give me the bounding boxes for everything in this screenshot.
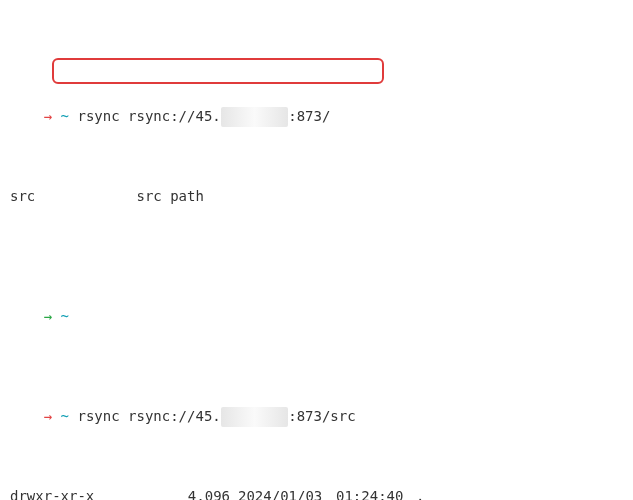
file-size: 4,096 bbox=[100, 486, 230, 500]
highlight-annotation bbox=[52, 58, 384, 84]
prompt-cwd: ~ bbox=[61, 308, 69, 324]
prompt-cwd: ~ bbox=[61, 108, 69, 124]
directory-listing: drwxr-xr-x4,096 2024/01/03 01:24:40 .-rw… bbox=[10, 486, 623, 500]
module-desc: src path bbox=[136, 188, 203, 204]
prompt-line-1: → ~ rsync rsync://45.xxxxxxxx:873/ bbox=[10, 86, 623, 106]
file-name: . bbox=[416, 486, 424, 500]
file-date: 2024/01/03 bbox=[238, 486, 328, 500]
prompt-cwd: ~ bbox=[61, 408, 69, 424]
file-time: 01:24:40 bbox=[336, 486, 408, 500]
prompt-line-3: → ~ rsync rsync://45.xxxxxxxx:873/src bbox=[10, 386, 623, 406]
command-text: rsync rsync://45.xxxxxxxx:873/src bbox=[77, 408, 355, 424]
prompt-line-2: → ~ bbox=[10, 286, 623, 306]
command-text: rsync rsync://45.xxxxxxxx:873/ bbox=[77, 108, 330, 124]
redacted-ip: xxxxxxxx bbox=[221, 107, 288, 127]
prompt-arrow-icon: → bbox=[44, 408, 52, 424]
listing-row: drwxr-xr-x4,096 2024/01/03 01:24:40 . bbox=[10, 486, 623, 500]
terminal[interactable]: → ~ rsync rsync://45.xxxxxxxx:873/ src s… bbox=[0, 0, 633, 500]
redacted-ip: xxxxxxxx bbox=[221, 407, 288, 427]
file-permissions: drwxr-xr-x bbox=[10, 486, 100, 500]
rsync-module-line: src src path bbox=[10, 186, 623, 206]
module-name: src bbox=[10, 188, 35, 204]
prompt-arrow-icon: → bbox=[44, 108, 52, 124]
prompt-arrow-icon: → bbox=[44, 308, 52, 324]
